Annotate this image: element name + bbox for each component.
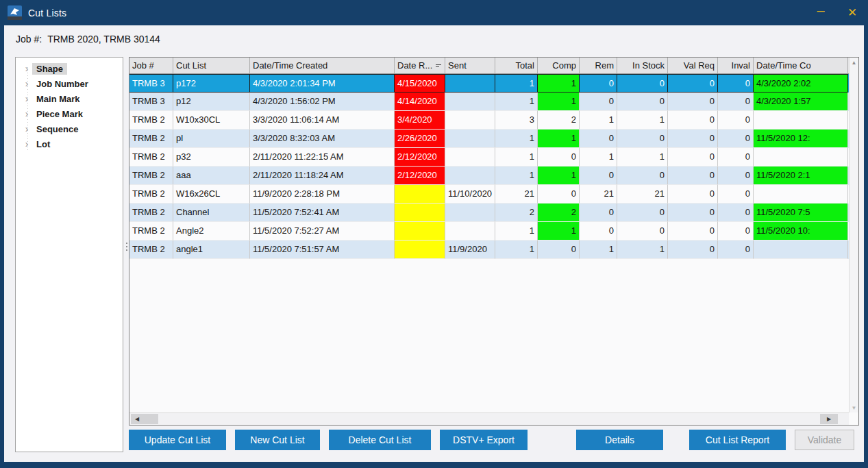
splitter-handle[interactable] bbox=[125, 243, 128, 251]
cell-date-r[interactable] bbox=[395, 241, 445, 259]
cell-sent[interactable] bbox=[445, 130, 495, 148]
cell-val-req[interactable]: 0 bbox=[668, 167, 718, 185]
cell-total[interactable]: 1 bbox=[495, 167, 538, 185]
table-row[interactable]: TRMB 2p322/11/2020 11:22:15 AM2/12/20201… bbox=[129, 148, 849, 167]
cell-in-stock[interactable]: 1 bbox=[617, 148, 668, 167]
chevron-right-icon[interactable]: › bbox=[21, 94, 32, 103]
cell-val-req[interactable]: 0 bbox=[668, 185, 718, 204]
cell-total[interactable]: 1 bbox=[495, 130, 538, 148]
cell-date-r[interactable] bbox=[395, 204, 445, 222]
column-header-rem[interactable]: Rem bbox=[580, 58, 617, 73]
cell-date-time-co[interactable]: 4/3/2020 2:02 bbox=[754, 74, 848, 93]
cell-date-r[interactable] bbox=[395, 185, 445, 204]
chevron-right-icon[interactable]: › bbox=[21, 139, 32, 149]
cell-comp[interactable]: 0 bbox=[538, 241, 580, 259]
cell-inval[interactable]: 0 bbox=[718, 222, 754, 241]
close-icon[interactable]: ✕ bbox=[836, 0, 868, 25]
cell-inval[interactable]: 0 bbox=[718, 185, 754, 204]
cell-rem[interactable]: 0 bbox=[580, 93, 617, 111]
cell-sent[interactable] bbox=[445, 167, 495, 185]
cell-sent[interactable] bbox=[445, 148, 495, 167]
cell-cut-list[interactable]: Angle2 bbox=[173, 222, 250, 241]
cell-in-stock[interactable]: 0 bbox=[617, 204, 668, 222]
cell-date-r[interactable]: 2/26/2020 bbox=[395, 130, 445, 148]
sidebar-item-piece-mark[interactable]: ›Piece Mark bbox=[16, 106, 123, 121]
cell-comp[interactable]: 2 bbox=[538, 204, 580, 222]
cell-in-stock[interactable]: 21 bbox=[617, 185, 668, 204]
cell-in-stock[interactable]: 1 bbox=[617, 111, 668, 130]
cell-val-req[interactable]: 0 bbox=[668, 93, 718, 111]
sidebar-item-main-mark[interactable]: ›Main Mark bbox=[16, 91, 123, 106]
cell-cut-list[interactable]: W10x30CL bbox=[173, 111, 250, 130]
cell-date-time-created[interactable]: 11/5/2020 7:52:27 AM bbox=[250, 222, 395, 241]
update-cut-list-button[interactable]: Update Cut List bbox=[129, 430, 226, 450]
cell-rem[interactable]: 0 bbox=[580, 130, 617, 148]
validate-button[interactable]: Validate bbox=[795, 430, 854, 450]
cell-date-time-co[interactable] bbox=[754, 185, 848, 204]
cell-comp[interactable]: 1 bbox=[538, 93, 580, 111]
scroll-right-icon[interactable]: ▶ bbox=[820, 414, 838, 424]
cell-total[interactable]: 2 bbox=[495, 204, 538, 222]
cell-inval[interactable]: 0 bbox=[718, 204, 754, 222]
cell-rem[interactable]: 1 bbox=[580, 241, 617, 259]
cell-date-time-co[interactable] bbox=[754, 111, 848, 130]
cell-comp[interactable]: 0 bbox=[538, 148, 580, 167]
sidebar-item-job-number[interactable]: ›Job Number bbox=[16, 76, 123, 91]
cell-job[interactable]: TRMB 3 bbox=[129, 74, 173, 93]
cell-sent[interactable] bbox=[445, 74, 495, 93]
cell-job[interactable]: TRMB 2 bbox=[129, 167, 173, 185]
cell-total[interactable]: 1 bbox=[495, 148, 538, 167]
table-row[interactable]: TRMB 2Angle211/5/2020 7:52:27 AM11000011… bbox=[129, 222, 849, 241]
scroll-left-icon[interactable]: ◀ bbox=[131, 414, 158, 424]
cell-sent[interactable] bbox=[445, 93, 495, 111]
table-row[interactable]: TRMB 3p124/3/2020 1:56:02 PM4/14/2020110… bbox=[129, 93, 849, 111]
cell-sent[interactable]: 11/9/2020 bbox=[445, 241, 495, 259]
new-cut-list-button[interactable]: New Cut List bbox=[235, 430, 320, 450]
cell-val-req[interactable]: 0 bbox=[668, 111, 718, 130]
cell-val-req[interactable]: 0 bbox=[668, 241, 718, 259]
table-row[interactable]: TRMB 2pl3/3/2020 8:32:03 AM2/26/20201100… bbox=[129, 130, 849, 148]
cell-comp[interactable]: 1 bbox=[538, 222, 580, 241]
cell-cut-list[interactable]: p32 bbox=[173, 148, 250, 167]
scroll-down-icon[interactable]: ▼ bbox=[850, 405, 858, 411]
cell-comp[interactable]: 1 bbox=[538, 74, 580, 93]
cell-inval[interactable]: 0 bbox=[718, 111, 754, 130]
cell-in-stock[interactable]: 0 bbox=[617, 222, 668, 241]
cell-sent[interactable] bbox=[445, 222, 495, 241]
cell-val-req[interactable]: 0 bbox=[668, 130, 718, 148]
cell-date-time-co[interactable]: 11/5/2020 10: bbox=[754, 222, 848, 241]
horizontal-scrollbar[interactable]: ◀ ▶ bbox=[129, 412, 849, 425]
cell-total[interactable]: 1 bbox=[495, 93, 538, 111]
cell-in-stock[interactable]: 0 bbox=[617, 130, 668, 148]
table-row[interactable]: TRMB 2Channel11/5/2020 7:52:41 AM2200001… bbox=[129, 204, 849, 222]
chevron-right-icon[interactable]: › bbox=[21, 109, 32, 119]
chevron-right-icon[interactable]: › bbox=[21, 64, 32, 73]
cell-inval[interactable]: 0 bbox=[718, 148, 754, 167]
column-header-inval[interactable]: Inval bbox=[718, 58, 754, 73]
delete-cut-list-button[interactable]: Delete Cut List bbox=[329, 430, 431, 450]
sidebar-item-lot[interactable]: ›Lot bbox=[16, 136, 123, 151]
cell-rem[interactable]: 21 bbox=[580, 185, 617, 204]
cut-list-report-button[interactable]: Cut List Report bbox=[689, 430, 786, 450]
cell-cut-list[interactable]: p172 bbox=[173, 74, 250, 93]
cell-date-time-co[interactable] bbox=[754, 241, 848, 259]
cell-total[interactable]: 21 bbox=[495, 185, 538, 204]
cell-rem[interactable]: 0 bbox=[580, 167, 617, 185]
cell-job[interactable]: TRMB 2 bbox=[129, 148, 173, 167]
cell-sent[interactable]: 11/10/2020 bbox=[445, 185, 495, 204]
cell-in-stock[interactable]: 0 bbox=[617, 74, 668, 93]
cell-date-time-created[interactable]: 4/3/2020 2:01:34 PM bbox=[250, 74, 395, 93]
cell-val-req[interactable]: 0 bbox=[668, 74, 718, 93]
cell-cut-list[interactable]: angle1 bbox=[173, 241, 250, 259]
cell-comp[interactable]: 1 bbox=[538, 167, 580, 185]
cell-date-time-created[interactable]: 11/9/2020 2:28:18 PM bbox=[250, 185, 395, 204]
cell-date-r[interactable] bbox=[395, 222, 445, 241]
column-header-comp[interactable]: Comp bbox=[538, 58, 580, 73]
cell-cut-list[interactable]: aaa bbox=[173, 167, 250, 185]
sidebar-item-sequence[interactable]: ›Sequence bbox=[16, 121, 123, 136]
column-header-total[interactable]: Total bbox=[495, 58, 538, 73]
cell-rem[interactable]: 0 bbox=[580, 222, 617, 241]
cell-job[interactable]: TRMB 2 bbox=[129, 130, 173, 148]
sidebar-item-shape[interactable]: ›Shape bbox=[16, 61, 123, 76]
cell-in-stock[interactable]: 0 bbox=[617, 167, 668, 185]
